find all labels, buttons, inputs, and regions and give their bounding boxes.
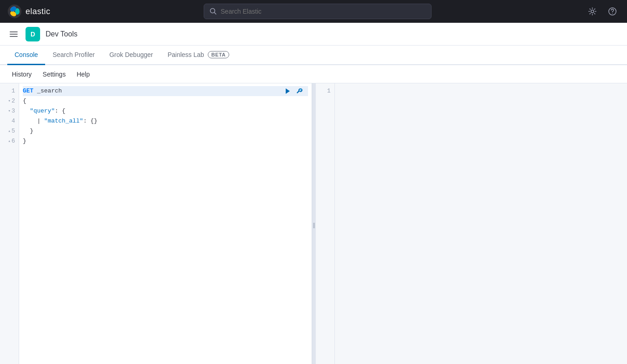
search-icon xyxy=(210,8,217,15)
elastic-logo-icon xyxy=(7,4,22,19)
output-content xyxy=(335,83,627,364)
run-button[interactable] xyxy=(283,86,293,96)
line-number-4: 4 xyxy=(0,116,19,126)
help-icon-button[interactable] xyxy=(605,4,620,19)
indent-4 xyxy=(23,116,37,126)
tab-console[interactable]: Console xyxy=(7,46,45,65)
help-button[interactable]: Help xyxy=(72,68,94,81)
tab-search-profiler-label: Search Profiler xyxy=(52,51,95,58)
editor-line-5: } xyxy=(23,126,308,136)
editor-line-4: | "match_all" : {} xyxy=(23,116,308,126)
indent-3 xyxy=(23,106,30,116)
line-number-2: ▾ 2 xyxy=(0,96,19,106)
tab-grok-debugger-label: Grok Debugger xyxy=(109,51,153,58)
tab-console-label: Console xyxy=(15,51,38,58)
editor-line-1: GET _search xyxy=(23,86,308,96)
line-number-6: ▴ 6 xyxy=(0,136,19,146)
history-button[interactable]: History xyxy=(7,68,36,81)
line-num-text: 5 xyxy=(11,126,15,136)
colon-3: : { xyxy=(55,106,65,116)
svg-line-6 xyxy=(215,13,216,15)
output-line-numbers: 1 xyxy=(316,83,335,364)
hamburger-icon xyxy=(9,30,18,39)
editor-container: 1 ▾ 2 ▾ 3 4 ▴ 5 ▴ 6 xyxy=(0,83,627,364)
svg-marker-13 xyxy=(286,88,290,94)
play-icon xyxy=(284,87,291,95)
line-num-text: 4 xyxy=(11,116,15,126)
line-num-text: 2 xyxy=(11,96,15,106)
avatar: D xyxy=(26,27,40,41)
divider-lines: || xyxy=(313,222,314,228)
output-pane: 1 xyxy=(316,83,627,364)
svg-point-7 xyxy=(591,10,594,13)
topbar-right xyxy=(585,4,620,19)
fold-arrow-6[interactable]: ▴ xyxy=(8,136,10,146)
editor-line-3: "query" : { xyxy=(23,106,308,116)
line-number-3: ▾ 3 xyxy=(0,106,19,116)
line-num-text: 1 xyxy=(11,86,15,96)
search-bar[interactable] xyxy=(204,4,432,19)
brace-close-5: } xyxy=(30,126,34,136)
help-circle-icon xyxy=(608,7,617,16)
settings-button[interactable]: Settings xyxy=(38,68,71,81)
colon-brace-4: : {} xyxy=(83,116,98,126)
fold-arrow-2[interactable]: ▾ xyxy=(8,96,10,106)
elastic-wordmark: elastic xyxy=(26,7,51,16)
tab-bar: Console Search Profiler Grok Debugger Pa… xyxy=(0,46,627,65)
indent-5 xyxy=(23,126,30,136)
line-num-text: 3 xyxy=(11,106,15,116)
toolbar: History Settings Help xyxy=(0,65,627,83)
editor-content[interactable]: GET _search xyxy=(19,83,312,364)
line-1-actions xyxy=(283,86,304,96)
tab-painless-lab[interactable]: Painless Lab BETA xyxy=(160,46,237,65)
output-line-num: 1 xyxy=(327,86,331,96)
tab-search-profiler[interactable]: Search Profiler xyxy=(45,46,102,65)
brace-close-6: } xyxy=(23,136,26,146)
tab-painless-lab-label: Painless Lab xyxy=(168,51,204,58)
line-number-5: ▴ 5 xyxy=(0,126,19,136)
line-numbers: 1 ▾ 2 ▾ 3 4 ▴ 5 ▴ 6 xyxy=(0,83,19,364)
editor-pane[interactable]: 1 ▾ 2 ▾ 3 4 ▴ 5 ▴ 6 xyxy=(0,83,312,364)
method-keyword: GET xyxy=(23,86,33,96)
settings-icon-button[interactable] xyxy=(585,4,600,19)
beta-badge: BETA xyxy=(208,51,229,58)
line-num-text: 6 xyxy=(11,136,15,146)
page-title: Dev Tools xyxy=(46,30,77,38)
editor-line-6: } xyxy=(23,136,308,146)
bar-4: | xyxy=(37,116,44,126)
fold-arrow-5[interactable]: ▴ xyxy=(8,126,10,136)
fold-arrow-3[interactable]: ▾ xyxy=(8,106,10,116)
brace-open: { xyxy=(23,96,26,106)
key-match-all: "match_all" xyxy=(44,116,83,126)
tools-button[interactable] xyxy=(294,86,304,96)
logo-area: elastic xyxy=(7,4,51,19)
topbar: elastic xyxy=(0,0,627,23)
line-number-1: 1 xyxy=(0,86,19,96)
tab-grok-debugger[interactable]: Grok Debugger xyxy=(102,46,160,65)
search-area xyxy=(58,4,578,19)
pane-divider[interactable]: || xyxy=(312,83,316,364)
tools-icon xyxy=(296,87,303,95)
svg-point-14 xyxy=(300,89,301,91)
gear-icon xyxy=(588,7,597,16)
search-input[interactable] xyxy=(221,8,426,15)
path-text: _search xyxy=(33,86,62,96)
hamburger-button[interactable] xyxy=(7,28,20,41)
editor-line-2: { xyxy=(23,96,308,106)
svg-point-9 xyxy=(612,13,613,14)
key-query: "query" xyxy=(30,106,55,116)
output-line-number-1: 1 xyxy=(316,86,334,96)
header-bar: D Dev Tools xyxy=(0,23,627,46)
